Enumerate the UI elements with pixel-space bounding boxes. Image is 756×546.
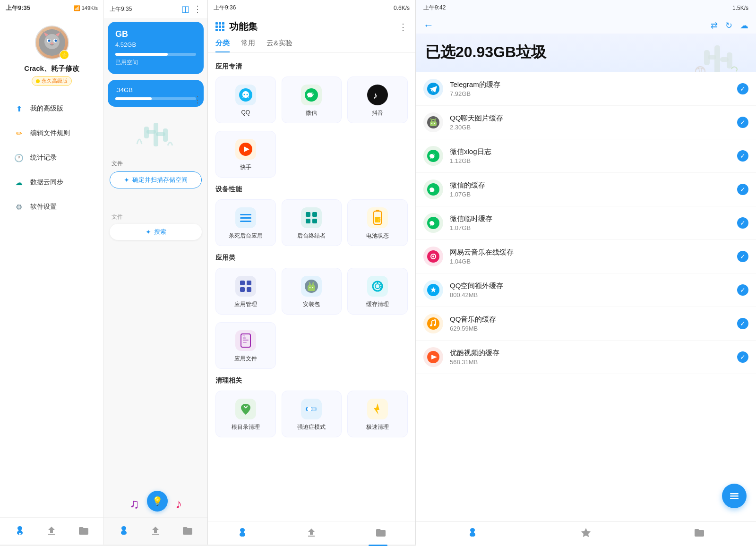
nav-item-settings[interactable]: ⚙ 软件设置: [6, 196, 98, 218]
junk-item-qqzone[interactable]: QQ空间额外缓存 800.42MB ✓: [416, 273, 756, 307]
check-qq-chat[interactable]: ✓: [737, 117, 748, 128]
junk-item-telegram[interactable]: Telegram的缓存 7.92GB ✓: [416, 72, 756, 106]
swap-icon[interactable]: ⇄: [711, 20, 718, 31]
junk-item-netease[interactable]: 网易云音乐在线缓存 1.04GB ✓: [416, 240, 756, 273]
feature-apk[interactable]: 安装包: [282, 268, 342, 315]
kuaishou-icon-wrap: [235, 139, 256, 160]
p3-nav-upload[interactable]: [306, 527, 317, 538]
status-bar-p1: 上午9:35 📶 149K/s: [0, 0, 103, 16]
junk-item-wechat-cache[interactable]: 微信的缓存 1.07GB ✓: [416, 173, 756, 206]
tab-common[interactable]: 常用: [241, 39, 255, 52]
feature-kill-bg[interactable]: 杀死后台应用: [215, 199, 276, 246]
p4-nav-fan[interactable]: [467, 527, 478, 538]
p2-nav-upload[interactable]: [146, 523, 165, 538]
feature-grid-apps: 应用管理 安装包: [215, 268, 408, 315]
p2-nav-folder[interactable]: [178, 523, 197, 538]
more-dots-p2[interactable]: ⋮: [193, 94, 202, 105]
nav-item-premium[interactable]: ⬆ 我的高级版: [6, 97, 98, 120]
svg-rect-26: [312, 212, 317, 217]
feature-root-clean[interactable]: 根目录清理: [215, 391, 276, 437]
check-netease[interactable]: ✓: [737, 251, 748, 262]
junk-item-wechat-temp[interactable]: 微信临时缓存 1.07GB ✓: [416, 206, 756, 240]
svg-rect-35: [240, 287, 245, 292]
fast-clean-label: 极速清理: [366, 423, 389, 431]
app-manage-icon-wrap: [235, 276, 256, 297]
bottom-nav-fan[interactable]: [10, 523, 29, 538]
more-icon-p2[interactable]: ⋮: [193, 4, 202, 14]
svg-rect-81: [730, 495, 739, 497]
feature-battery[interactable]: ⚡ 电池状态: [347, 199, 408, 246]
desert-illustration: [104, 109, 207, 156]
check-wechat-temp[interactable]: ✓: [737, 217, 748, 229]
bottom-nav-upload[interactable]: [42, 523, 61, 538]
scan-button[interactable]: ✦ 确定并扫描存储空间: [110, 171, 202, 188]
carousel-icon[interactable]: ◫: [181, 4, 189, 14]
qqzone-name: QQ空间额外缓存: [450, 282, 730, 290]
svg-point-9: [54, 40, 57, 42]
feature-ocd-mode[interactable]: 强迫症模式: [282, 391, 342, 437]
panel-junk-cleaner: 上午9:42 1.5K/s ← ⇄ ↻ ☁ 已选20.93GB垃圾: [416, 0, 756, 546]
p4-nav-folder[interactable]: [694, 527, 705, 538]
junk-item-qqmusic[interactable]: QQ音乐的缓存 629.59MB ✓: [416, 307, 756, 341]
fab-button[interactable]: [722, 484, 747, 508]
storage-bar2: [115, 97, 196, 100]
svg-point-8: [48, 40, 50, 42]
check-telegram[interactable]: ✓: [737, 83, 748, 94]
sparkle-icon: ✦: [124, 176, 129, 184]
check-wechat-cache[interactable]: ✓: [737, 184, 748, 195]
search-button[interactable]: ✦ 搜索: [110, 224, 202, 240]
feature-app-files[interactable]: 应用文件: [215, 322, 276, 369]
feature-wechat[interactable]: 微信: [282, 77, 342, 123]
bottom-nav-p2: [104, 517, 207, 546]
nav-label-rules: 编辑文件规则: [30, 129, 70, 137]
feature-bg-killer[interactable]: 后台终结者: [282, 199, 342, 246]
feature-douyin[interactable]: ♪ 抖音: [347, 77, 408, 123]
feature-fast-clean[interactable]: 极速清理: [347, 391, 408, 437]
more-icon-p3[interactable]: ⋮: [398, 21, 408, 33]
p4-nav-star[interactable]: [580, 527, 592, 538]
p3-nav-fan[interactable]: [237, 527, 248, 538]
check-youku[interactable]: ✓: [737, 351, 748, 363]
netease-icon: [423, 247, 443, 266]
upload-cloud-icon[interactable]: ☁: [740, 20, 748, 31]
cloud-icon: ☁: [13, 177, 25, 188]
nav-label-cloud: 数据云同步: [30, 178, 63, 187]
p3-nav-folder[interactable]: [375, 527, 387, 538]
app-manage-label: 应用管理: [234, 300, 257, 308]
wechat-temp-size: 1.07GB: [450, 224, 730, 231]
nav-item-rules[interactable]: ✏ 编辑文件规则: [6, 122, 98, 145]
tab-cloud[interactable]: 云&实验: [266, 39, 292, 52]
qq-chat-name: QQ聊天图片缓存: [450, 114, 730, 123]
youku-info: 优酷视频的缓存 568.31MB: [450, 349, 730, 366]
app-files-label: 应用文件: [234, 355, 257, 363]
svg-text:⚡: ⚡: [376, 217, 382, 223]
float-button[interactable]: 💡: [147, 491, 168, 512]
svg-point-43: [309, 287, 310, 288]
storage-label: 已用空间: [115, 59, 196, 67]
feature-cache-clean[interactable]: 缓存清理: [347, 268, 408, 315]
junk-item-youku[interactable]: 优酷视频的缓存 568.31MB ✓: [416, 341, 756, 374]
refresh-icon[interactable]: ↻: [725, 20, 732, 31]
bottom-nav-folder[interactable]: [74, 523, 93, 538]
feature-app-manage[interactable]: 应用管理: [215, 268, 276, 315]
nav-item-stats[interactable]: 🕐 统计记录: [6, 146, 98, 169]
check-wechat-xlog[interactable]: ✓: [737, 150, 748, 162]
p2-nav-fan[interactable]: [114, 523, 133, 538]
back-button[interactable]: ←: [423, 19, 434, 32]
battery-icon-wrap: ⚡: [367, 207, 388, 228]
check-qqmusic[interactable]: ✓: [737, 318, 748, 329]
junk-item-qq-chat[interactable]: QQ聊天图片缓存 2.30GB ✓: [416, 106, 756, 139]
junk-item-wechat-xlog[interactable]: 微信xlog日志 1.12GB ✓: [416, 139, 756, 173]
svg-rect-57: [704, 50, 710, 65]
nav-item-cloud[interactable]: ☁ 数据云同步: [6, 171, 98, 194]
svg-point-17: [243, 94, 245, 95]
status-icons-p1: 📶 149K/s: [74, 5, 98, 11]
check-qqzone[interactable]: ✓: [737, 284, 748, 296]
feature-grid-app-files: 应用文件: [215, 322, 408, 369]
feature-kuaishou[interactable]: 快手: [215, 131, 276, 178]
tab-classify[interactable]: 分类: [215, 39, 230, 52]
svg-point-54: [312, 408, 315, 410]
svg-rect-23: [240, 217, 251, 219]
panel-storage: 上午9:35 ◫ ⋮ GB 4.52GB 已用空间 .34GB: [104, 0, 208, 546]
feature-qq[interactable]: QQ: [215, 77, 276, 123]
